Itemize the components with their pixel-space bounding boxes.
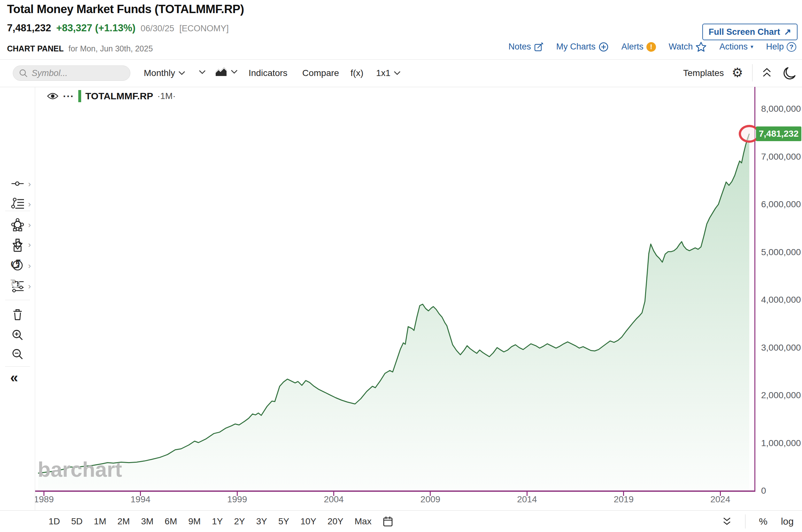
actions-label: Actions [719,42,748,52]
trash-icon[interactable] [11,308,24,322]
full-screen-chart-button[interactable]: Full Screen Chart ↗ [702,24,798,40]
range-button-2y[interactable]: 2Y [234,516,245,527]
double-chevron-up-icon [762,68,772,78]
unlock-icon[interactable] [11,240,24,253]
expand-tool-chevron-icon[interactable]: › [28,282,31,290]
caret-down-icon: ▾ [750,43,753,50]
quote-tag: [ECONOMY] [179,24,229,34]
chart-type-dropdown[interactable] [215,67,238,77]
last-price: 7,481,232 [7,22,51,34]
range-button-6m[interactable]: 6M [165,516,177,527]
notes-edit-icon [534,42,543,52]
y-axis-tick-label: 7,000,000 [761,152,801,162]
y-axis-tick-label: 3,000,000 [761,343,801,353]
range-button-3y[interactable]: 3Y [256,516,267,527]
panel-label: CHART PANEL [7,44,63,53]
panel-date: for Mon, Jun 30th, 2025 [68,44,153,53]
range-toolbar: 1D5D1M2M3M6M9M1Y2Y3Y5Y10Y20YMax % log [0,510,802,532]
log-scale-toggle[interactable]: log [781,516,794,527]
expand-tool-chevron-icon[interactable]: › [28,221,31,229]
range-button-max[interactable]: Max [355,516,372,527]
sidebar-divider [5,211,30,211]
range-button-10y[interactable]: 10Y [300,516,316,527]
x-axis-tick [140,492,141,496]
settings-gear-icon[interactable]: ⚙ [732,66,743,79]
undo-icon[interactable]: ↺ [10,258,21,271]
calendar-icon[interactable] [383,516,393,527]
expand-tool-chevron-icon[interactable]: › [28,241,31,249]
double-chevron-down-icon[interactable] [722,517,732,526]
collapse-toolbar-button[interactable] [762,68,772,78]
x-axis-labels: 19891994199920042009201420192024 [35,494,755,508]
range-button-5d[interactable]: 5D [71,516,83,527]
watch-link[interactable]: Watch [669,41,707,52]
expand-tool-chevron-icon[interactable]: › [28,262,31,270]
expand-tool-chevron-icon[interactable]: › [28,180,31,188]
chevron-down-icon [231,70,238,74]
period-label: Monthly [144,68,175,78]
fx-expressions-button[interactable]: f(x) [351,68,363,78]
range-button-1y[interactable]: 1Y [212,516,223,527]
chevron-down-icon [394,71,401,75]
chart-legend: ··· TOTALMMF.RP ·1M· [46,90,176,102]
expand-tool-chevron-icon[interactable]: › [28,200,31,208]
percent-scale-toggle[interactable]: % [759,516,767,527]
alerts-link[interactable]: Alerts ! [621,42,656,52]
line-node-tool-icon[interactable] [11,176,24,191]
compare-button[interactable]: Compare [302,68,339,78]
zoom-in-icon[interactable] [11,328,24,342]
price-chart[interactable] [35,87,755,491]
help-link[interactable]: Help ? [766,42,796,52]
collapse-sidebar-icon[interactable]: « [10,370,18,384]
range-button-9m[interactable]: 9M [188,516,201,527]
page-title: Total Money Market Funds (TOTALMMF.RP) [7,3,244,16]
y-axis-tick-label: 0 [761,486,766,496]
search-icon [19,69,28,78]
legend-menu-dots-icon[interactable]: ··· [63,94,74,99]
help-label: Help [766,42,784,52]
y-axis-tick-label: 2,000,000 [761,390,801,400]
range-buttons: 1D5D1M2M3M6M9M1Y2Y3Y5Y10Y20YMax [0,516,372,527]
x-axis-tick-label: 1989 [35,494,63,505]
my-charts-link[interactable]: My Charts [556,42,609,52]
symbol-search-input[interactable] [32,68,121,78]
x-axis-tick [430,492,431,496]
toolbar-divider [752,64,752,81]
chevron-down-icon [199,70,206,74]
range-button-5y[interactable]: 5Y [278,516,289,527]
grid-layout-dropdown[interactable]: 1x1 [376,68,401,78]
dark-mode-toggle[interactable] [782,65,798,81]
legend-interval: ·1M· [157,91,176,101]
bottom-divider [745,514,745,529]
range-button-3m[interactable]: 3M [141,516,153,527]
question-circle-icon: ? [787,42,796,52]
eye-visibility-icon[interactable] [46,92,59,100]
symbol-search[interactable] [13,65,130,81]
annotation-list-tool-icon[interactable] [11,197,24,211]
y-axis-tick-label: 8,000,000 [761,104,801,114]
period-dropdown[interactable]: Monthly [144,68,185,78]
price-change: +83,327 (+1.13%) [56,22,135,34]
actions-menu[interactable]: Actions ▾ [719,42,753,52]
range-button-20y[interactable]: 20Y [328,516,343,527]
notes-label: Notes [508,42,531,52]
sidebar-divider [5,300,30,300]
redo-icon: ↻ [10,277,21,291]
x-axis-tick [526,492,527,496]
indicators-button[interactable]: Indicators [248,68,287,78]
range-button-1m[interactable]: 1M [94,516,106,527]
zoom-out-icon[interactable] [11,347,24,361]
range-button-2m[interactable]: 2M [117,516,130,527]
external-arrow-icon: ↗ [784,27,791,37]
chart-panel-app: Total Money Market Funds (TOTALMMF.RP) 7… [0,0,802,532]
alert-exclamation-icon: ! [647,42,656,52]
quote-date: 06/30/25 [141,24,174,34]
range-button-1d[interactable]: 1D [49,516,60,527]
y-axis-tick-label: 5,000,000 [761,247,801,258]
notes-link[interactable]: Notes [508,42,543,52]
bar-size-dropdown[interactable] [199,70,206,74]
templates-button[interactable]: Templates [683,68,724,78]
panel-subtitle: CHART PANEL for Mon, Jun 30th, 2025 [7,44,153,53]
magnet-icon[interactable] [11,219,24,233]
quick-links: Notes My Charts Alerts ! Watch Actions [508,41,796,52]
